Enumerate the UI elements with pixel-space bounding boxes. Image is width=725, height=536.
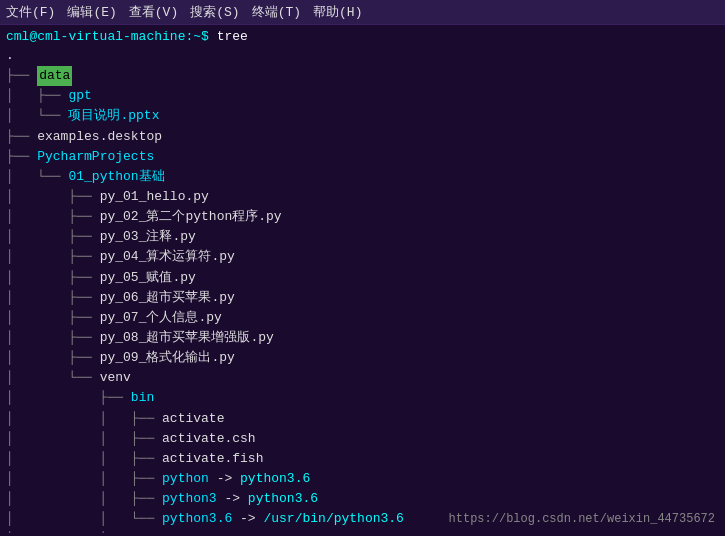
- tree-line-py09: │ ├── py_09_格式化输出.py: [6, 348, 719, 368]
- tree-line-activate: │ │ ├── activate: [6, 409, 719, 429]
- menu-file[interactable]: 文件(F): [6, 3, 55, 21]
- tree-line-py04: │ ├── py_04_算术运算符.py: [6, 247, 719, 267]
- tree-line-python3-sym: │ │ ├── python3 -> python3.6: [6, 489, 719, 509]
- tree-line-01python: │ └── 01_python基础: [6, 167, 719, 187]
- menu-search[interactable]: 搜索(S): [190, 3, 239, 21]
- tree-line-python-sym: │ │ ├── python -> python3.6: [6, 469, 719, 489]
- menubar: 文件(F) 编辑(E) 查看(V) 搜索(S) 终端(T) 帮助(H): [0, 0, 725, 25]
- menu-view[interactable]: 查看(V): [129, 3, 178, 21]
- tree-line-root: .: [6, 46, 719, 66]
- tree-line-py08: │ ├── py_08_超市买苹果增强版.py: [6, 328, 719, 348]
- prompt-line: cml@cml-virtual-machine:~$ tree: [0, 25, 725, 46]
- tree-line-include: │ ├── include: [6, 529, 719, 533]
- tree-output: . ├── data │ ├── gpt │ └── 项目说明.pptx ├──…: [0, 46, 725, 533]
- tree-line-gpt: │ ├── gpt: [6, 86, 719, 106]
- tree-line-activate-fish: │ │ ├── activate.fish: [6, 449, 719, 469]
- watermark: https://blog.csdn.net/weixin_44735672: [449, 512, 715, 526]
- prompt-user: cml@cml-virtual-machine:~$: [6, 29, 217, 44]
- tree-line-pptx: │ └── 项目说明.pptx: [6, 106, 719, 126]
- tree-line-pycharm: ├── PycharmProjects: [6, 147, 719, 167]
- tree-line-py01: │ ├── py_01_hello.py: [6, 187, 719, 207]
- tree-line-py06: │ ├── py_06_超市买苹果.py: [6, 288, 719, 308]
- menu-edit[interactable]: 编辑(E): [67, 3, 116, 21]
- tree-line-venv: │ └── venv: [6, 368, 719, 388]
- tree-line-examples: ├── examples.desktop: [6, 127, 719, 147]
- menu-help[interactable]: 帮助(H): [313, 3, 362, 21]
- menu-terminal[interactable]: 终端(T): [252, 3, 301, 21]
- tree-line-py05: │ ├── py_05_赋值.py: [6, 268, 719, 288]
- tree-line-py03: │ ├── py_03_注释.py: [6, 227, 719, 247]
- tree-line-py02: │ ├── py_02_第二个python程序.py: [6, 207, 719, 227]
- terminal: cml@cml-virtual-machine:~$ tree . ├── da…: [0, 25, 725, 533]
- prompt-command: tree: [217, 29, 248, 44]
- tree-line-bin: │ ├── bin: [6, 388, 719, 408]
- tree-line-data: ├── data: [6, 66, 719, 86]
- tree-line-activate-csh: │ │ ├── activate.csh: [6, 429, 719, 449]
- tree-line-py07: │ ├── py_07_个人信息.py: [6, 308, 719, 328]
